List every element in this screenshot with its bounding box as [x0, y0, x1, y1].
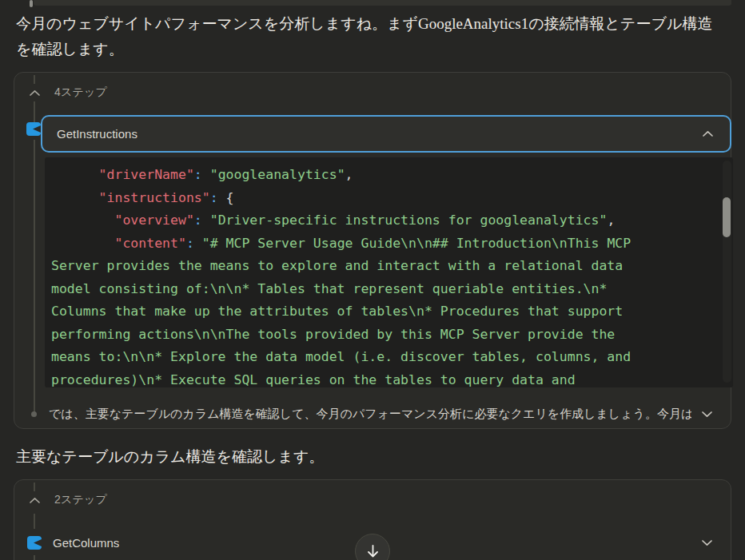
steps-count-label: 2ステップ — [54, 493, 107, 507]
code-scrollbar[interactable] — [723, 161, 731, 383]
chevron-up-icon — [29, 89, 41, 97]
previous-content-remnant — [34, 0, 731, 6]
chevron-down-icon — [701, 411, 713, 418]
steps-header-toggle[interactable]: 4ステップ — [14, 82, 107, 103]
chevron-down-icon — [701, 539, 713, 546]
tool-provider-icon — [26, 122, 41, 136]
previous-content-scrollbar-remnant — [30, 0, 33, 7]
tool-result-code-block[interactable]: "driverName": "googleanalytics", "instru… — [45, 157, 733, 387]
tool-steps-panel-getinstructions: 4ステップ GetInstructions "driverName": "goo… — [14, 72, 731, 429]
steps-count-label: 4ステップ — [54, 85, 107, 100]
timeline-connector — [34, 101, 35, 122]
note-text: では、主要なテーブルのカラム構造を確認して、今月のパフォーマンス分析に必要なクエ… — [49, 407, 691, 422]
assistant-message-2: 主要なテーブルのカラム構造を確認します。 — [16, 444, 721, 470]
timeline-connector — [34, 140, 35, 415]
tool-call-row-getinstructions[interactable]: GetInstructions — [41, 115, 731, 153]
timeline-connector — [34, 555, 35, 560]
bullet-icon — [31, 411, 37, 417]
chat-scroll-area[interactable]: 今月のウェブサイトパフォーマンスを分析しますね。まずGoogleAnalytic… — [0, 0, 745, 560]
steps-header-toggle[interactable]: 2ステップ — [14, 490, 107, 510]
tool-name: GetInstructions — [57, 127, 137, 141]
code-scrollbar-thumb[interactable] — [723, 197, 731, 237]
code-lines: "driverName": "googleanalytics", "instru… — [51, 164, 733, 387]
chevron-up-icon — [702, 130, 714, 137]
arrow-down-icon — [366, 544, 380, 558]
chevron-up-icon — [29, 497, 41, 504]
next-step-note-row[interactable]: では、主要なテーブルのカラム構造を確認して、今月のパフォーマンス分析に必要なクエ… — [14, 399, 731, 428]
assistant-message-1: 今月のウェブサイトパフォーマンスを分析しますね。まずGoogleAnalytic… — [16, 11, 721, 62]
timeline-connector — [34, 514, 35, 529]
